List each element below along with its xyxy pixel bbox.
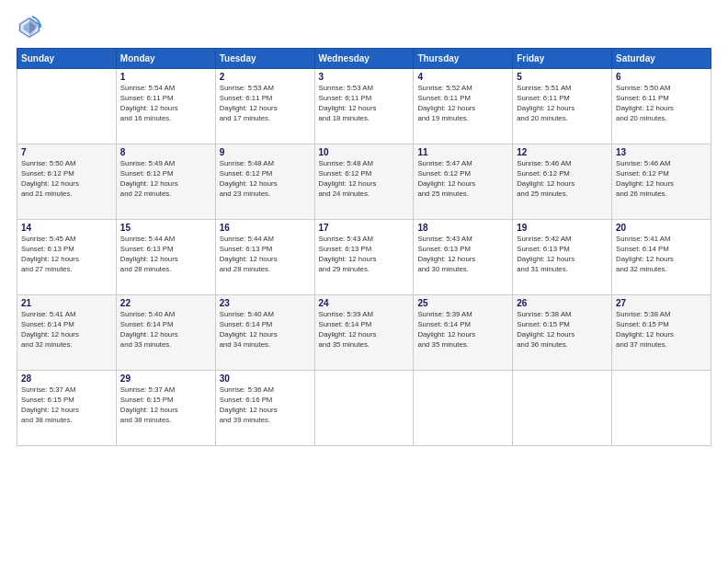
day-info-line: Sunset: 6:14 PM (120, 320, 174, 328)
calendar-cell: 4Sunrise: 5:52 AMSunset: 6:11 PMDaylight… (414, 69, 513, 144)
day-info-line: and 39 minutes. (220, 416, 270, 424)
day-info-line: Daylight: 12 hours (21, 179, 79, 188)
day-info: Sunrise: 5:37 AMSunset: 6:15 PMDaylight:… (21, 385, 112, 426)
calendar-week-row: 14Sunrise: 5:45 AMSunset: 6:13 PMDayligh… (17, 220, 711, 295)
day-info-line: Daylight: 12 hours (417, 330, 475, 339)
day-info-line: Sunset: 6:14 PM (220, 320, 273, 328)
day-info-line: Sunrise: 5:40 AM (120, 310, 175, 318)
day-number: 26 (517, 298, 608, 308)
calendar-cell: 23Sunrise: 5:40 AMSunset: 6:14 PMDayligh… (215, 295, 314, 371)
day-info-line: Daylight: 12 hours (120, 330, 178, 339)
day-info-line: Sunset: 6:13 PM (220, 245, 273, 253)
day-info-line: Daylight: 12 hours (120, 255, 178, 263)
day-number: 25 (417, 298, 508, 308)
day-number: 20 (616, 223, 707, 233)
day-info-line: Daylight: 12 hours (417, 179, 475, 188)
day-info-line: Sunrise: 5:41 AM (21, 310, 75, 318)
day-info-line: Daylight: 12 hours (120, 104, 178, 112)
day-info-line: Daylight: 12 hours (417, 255, 475, 263)
day-info-line: and 25 minutes. (517, 190, 567, 198)
day-info-line: Sunrise: 5:43 AM (417, 235, 472, 243)
day-info: Sunrise: 5:44 AMSunset: 6:13 PMDaylight:… (220, 235, 311, 275)
day-info: Sunrise: 5:47 AMSunset: 6:12 PMDaylight:… (417, 159, 508, 200)
calendar-cell: 7Sunrise: 5:50 AMSunset: 6:12 PMDaylight… (17, 144, 117, 220)
day-info-line: Sunrise: 5:50 AM (21, 159, 75, 167)
day-info-line: Sunset: 6:11 PM (120, 94, 174, 102)
weekday-header-tuesday: Tuesday (215, 49, 314, 69)
calendar-cell: 27Sunrise: 5:38 AMSunset: 6:15 PMDayligh… (612, 295, 711, 371)
day-info: Sunrise: 5:54 AMSunset: 6:11 PMDaylight:… (120, 84, 211, 124)
day-info-line: Sunrise: 5:54 AM (120, 84, 175, 92)
day-number: 8 (120, 147, 211, 157)
calendar-cell: 26Sunrise: 5:38 AMSunset: 6:15 PMDayligh… (513, 295, 612, 371)
day-number: 1 (120, 72, 211, 82)
day-info-line: and 30 minutes. (417, 265, 468, 273)
day-info-line: and 17 minutes. (220, 114, 270, 122)
day-info-line: Sunset: 6:13 PM (319, 245, 372, 253)
day-info-line: Daylight: 12 hours (319, 104, 377, 112)
calendar-cell: 12Sunrise: 5:46 AMSunset: 6:12 PMDayligh… (513, 144, 612, 220)
day-info-line: Sunrise: 5:46 AM (517, 159, 571, 167)
day-info-line: and 37 minutes. (616, 340, 666, 349)
day-info-line: and 22 minutes. (120, 190, 171, 198)
day-info-line: Sunrise: 5:52 AM (417, 84, 472, 92)
day-info-line: and 29 minutes. (319, 265, 370, 273)
day-info: Sunrise: 5:46 AMSunset: 6:12 PMDaylight:… (517, 159, 608, 200)
day-info-line: Daylight: 12 hours (21, 406, 79, 414)
day-info-line: Sunset: 6:14 PM (417, 320, 471, 328)
calendar-cell (414, 371, 513, 446)
day-info-line: Daylight: 12 hours (517, 255, 574, 263)
day-number: 11 (417, 147, 508, 157)
day-info-line: Daylight: 12 hours (120, 406, 178, 414)
day-info-line: Sunset: 6:15 PM (120, 396, 174, 404)
calendar-week-row: 28Sunrise: 5:37 AMSunset: 6:15 PMDayligh… (17, 371, 711, 446)
calendar-cell: 9Sunrise: 5:48 AMSunset: 6:12 PMDaylight… (215, 144, 314, 220)
day-number: 15 (120, 223, 211, 233)
day-info-line: Daylight: 12 hours (21, 255, 79, 263)
day-info-line: Sunrise: 5:40 AM (220, 310, 274, 318)
day-info-line: Daylight: 12 hours (616, 330, 674, 339)
calendar-cell: 28Sunrise: 5:37 AMSunset: 6:15 PMDayligh… (17, 371, 117, 446)
day-number: 16 (220, 223, 311, 233)
day-info-line: and 25 minutes. (417, 190, 468, 198)
calendar-week-row: 7Sunrise: 5:50 AMSunset: 6:12 PMDaylight… (17, 144, 711, 220)
day-info-line: Sunset: 6:12 PM (120, 169, 174, 178)
day-number: 13 (616, 147, 707, 157)
day-info-line: Sunrise: 5:38 AM (616, 310, 670, 318)
day-info-line: Daylight: 12 hours (616, 255, 674, 263)
day-info-line: Sunrise: 5:44 AM (220, 235, 274, 243)
day-info-line: Sunset: 6:15 PM (616, 320, 669, 328)
calendar-cell: 21Sunrise: 5:41 AMSunset: 6:14 PMDayligh… (17, 295, 117, 371)
day-number: 3 (319, 72, 410, 82)
weekday-header-monday: Monday (116, 49, 215, 69)
day-info: Sunrise: 5:48 AMSunset: 6:12 PMDaylight:… (220, 159, 311, 200)
day-info-line: Sunset: 6:12 PM (319, 169, 372, 178)
day-info-line: Sunrise: 5:37 AM (120, 385, 175, 394)
calendar-cell: 30Sunrise: 5:36 AMSunset: 6:16 PMDayligh… (215, 371, 314, 446)
day-number: 30 (220, 373, 311, 384)
calendar-cell: 10Sunrise: 5:48 AMSunset: 6:12 PMDayligh… (314, 144, 414, 220)
day-info-line: Sunset: 6:11 PM (417, 94, 471, 102)
logo (17, 15, 46, 40)
day-info-line: Sunset: 6:12 PM (417, 169, 471, 178)
day-info-line: Daylight: 12 hours (319, 179, 377, 188)
day-number: 28 (21, 373, 112, 384)
calendar-cell: 13Sunrise: 5:46 AMSunset: 6:12 PMDayligh… (612, 144, 711, 220)
day-info-line: and 38 minutes. (21, 416, 72, 424)
day-info-line: Sunset: 6:11 PM (616, 94, 669, 102)
day-info-line: and 35 minutes. (417, 340, 468, 349)
day-info-line: and 23 minutes. (220, 190, 270, 198)
day-info-line: and 26 minutes. (616, 190, 666, 198)
day-number: 23 (220, 298, 311, 308)
day-number: 5 (517, 72, 608, 82)
day-info-line: and 18 minutes. (319, 114, 370, 122)
page: SundayMondayTuesdayWednesdayThursdayFrid… (0, 0, 728, 563)
calendar-cell: 22Sunrise: 5:40 AMSunset: 6:14 PMDayligh… (116, 295, 215, 371)
day-info-line: Daylight: 12 hours (220, 255, 278, 263)
calendar-week-row: 1Sunrise: 5:54 AMSunset: 6:11 PMDaylight… (17, 69, 711, 144)
calendar-cell: 5Sunrise: 5:51 AMSunset: 6:11 PMDaylight… (513, 69, 612, 144)
day-info-line: and 28 minutes. (120, 265, 171, 273)
day-number: 29 (120, 373, 211, 384)
day-info-line: and 20 minutes. (517, 114, 567, 122)
calendar-cell: 15Sunrise: 5:44 AMSunset: 6:13 PMDayligh… (116, 220, 215, 295)
